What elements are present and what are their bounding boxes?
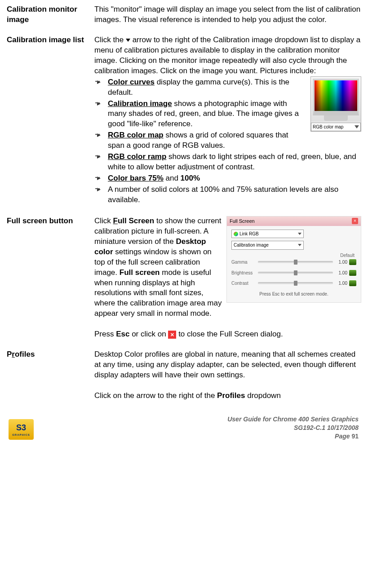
footer-text: User Guide for Chrome 400 Series Graphic… [227,415,359,441]
gamma-slider-thumb[interactable] [294,260,297,265]
gamma-default-button[interactable] [349,259,356,265]
profiles-p2c: dropdown [245,391,280,400]
content-calibration-monitor: This "monitor" image will display an ima… [94,4,361,25]
contrast-value: 1.00 [335,280,347,287]
section-full-screen: Full screen button Full Screen × Link RG… [7,216,361,340]
chevron-down-icon [298,244,301,246]
fs-p1a: Click [94,217,113,225]
brightness-slider-row: Brightness 1.00 [231,270,356,276]
fs-p2c: or click on [129,330,168,338]
fs-p2b: Esc [116,330,129,338]
full-screen-dialog-preview: Full Screen × Link RGB Calibration image… [226,216,361,303]
dialog-title: Full Screen [230,218,255,225]
section-calibration-list: Calibration image list Click the arrow t… [7,35,361,206]
contrast-slider[interactable] [258,282,333,284]
close-icon: × [168,331,176,339]
label-calibration-list: Calibration image list [7,35,94,206]
s3-logo: S3 GRAPHICS [9,419,34,440]
profiles-p2a: Click on the arrow to the right of the [94,391,217,400]
bullet-solid-colors: A number of solid colors at 100% and 75%… [94,185,361,205]
content-calibration-list: Click the arrow to the right of the Cali… [94,35,361,206]
content-profiles: Desktop Color profiles are global in nat… [94,349,361,401]
profiles-p2b: Profiles [217,391,245,400]
contrast-slider-row: Contrast 1.00 [231,280,356,287]
calib-list-intro2: arrow to the right of the Calibration im… [94,35,360,75]
content-full-screen: Full Screen × Link RGB Calibration image… [94,216,361,340]
link-rgb-icon [234,232,238,236]
contrast-slider-thumb[interactable] [294,281,297,286]
label-profiles: Profiles [7,349,94,401]
bullet-color-bars: Color bars 75% and 100% [94,173,361,184]
default-header: Default [231,252,356,259]
gamma-label: Gamma [231,259,256,265]
brightness-default-button[interactable] [349,270,356,276]
dialog-hint: Press Esc to exit full screen mode. [231,291,356,297]
profiles-p1: Desktop Color profiles are global in nat… [94,350,356,379]
footer-line2: SG192-C.1 10/17/2008 [227,424,359,432]
gamma-slider-row: Gamma 1.00 [231,259,356,265]
page-footer: S3 GRAPHICS User Guide for Chrome 400 Se… [7,411,361,442]
footer-line1: User Guide for Chrome 400 Series Graphic… [227,415,359,424]
contrast-label: Contrast [231,280,256,287]
calibration-image-bullets: Color curves display the gamma curve(s).… [94,77,361,205]
brightness-value: 1.00 [335,270,347,276]
bullet-rgb-color-ramp: RGB color ramp shows dark to light strip… [94,152,361,172]
fs-p2a: Press [94,330,116,338]
dialog-titlebar: Full Screen × [227,217,361,226]
bullet-color-curves: Color curves display the gamma curve(s).… [94,77,361,98]
chevron-down-icon [298,233,301,235]
dialog-close-icon[interactable]: × [352,218,358,224]
section-profiles: Profiles Desktop Color profiles are glob… [7,349,361,401]
brightness-label: Brightness [231,270,256,276]
section-calibration-monitor: Calibration monitor image This "monitor"… [7,4,361,25]
s3-logo-subtext: GRAPHICS [12,433,30,437]
dropdown-arrow-icon [126,39,130,42]
brightness-slider[interactable] [258,272,333,274]
bullet-rgb-color-map: RGB color map shows a grid of colored sq… [94,130,361,151]
gamma-slider[interactable] [258,261,333,263]
calibration-image-dropdown[interactable]: Calibration image [231,241,304,250]
label-calibration-monitor: Calibration monitor image [7,4,94,25]
brightness-slider-thumb[interactable] [294,270,297,275]
dialog-body: Link RGB Calibration image Default Gamma… [227,226,361,303]
label-full-screen: Full screen button [7,216,94,340]
fs-p2d: to close the Full Screen dialog. [176,330,283,338]
footer-line3: Page 91 [227,432,359,441]
calib-list-intro1: Click the [94,35,126,44]
s3-logo-text: S3 [16,422,26,433]
gamma-value: 1.00 [335,259,347,265]
link-rgb-dropdown[interactable]: Link RGB [231,230,304,239]
fs-p1f: Full screen [120,268,160,277]
bullet-calibration-image: Calibration image shows a photographic i… [94,99,361,130]
contrast-default-button[interactable] [349,280,356,286]
